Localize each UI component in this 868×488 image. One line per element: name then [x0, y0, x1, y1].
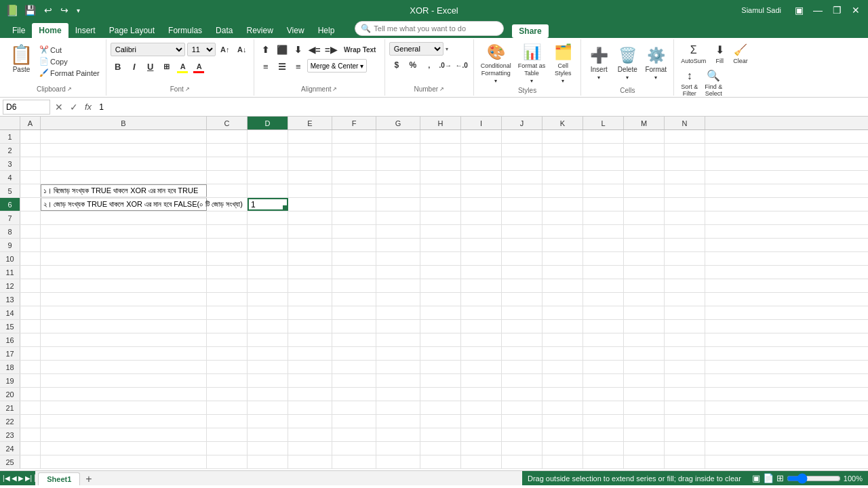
cell-G25[interactable]: [376, 455, 420, 468]
cell-N15[interactable]: [665, 320, 705, 333]
last-sheet-button[interactable]: ▶|: [25, 474, 33, 482]
cell-A14[interactable]: [20, 306, 41, 319]
cell-J15[interactable]: [502, 320, 542, 333]
cell-C9[interactable]: [207, 239, 248, 251]
cell-M9[interactable]: [624, 239, 665, 251]
cell-N4[interactable]: [665, 171, 705, 184]
cell-I7[interactable]: [461, 211, 502, 224]
cell-F25[interactable]: [332, 455, 376, 468]
cell-D16[interactable]: [248, 333, 288, 346]
cell-I24[interactable]: [461, 442, 502, 455]
cell-L20[interactable]: [583, 388, 624, 401]
cell-F20[interactable]: [332, 388, 376, 401]
cell-F1[interactable]: [332, 130, 376, 143]
cell-E12[interactable]: [288, 279, 332, 292]
tab-data[interactable]: Data: [209, 23, 239, 38]
cell-B20[interactable]: [41, 388, 207, 401]
cell-J7[interactable]: [502, 211, 542, 224]
cell-K3[interactable]: [542, 157, 583, 170]
cell-A25[interactable]: [20, 455, 41, 468]
row-num-2[interactable]: 2: [0, 144, 20, 157]
row-num-17[interactable]: 17: [0, 347, 20, 360]
decrease-decimal-button[interactable]: ←.0: [454, 58, 469, 73]
cell-A5[interactable]: [20, 184, 41, 197]
cell-N18[interactable]: [665, 361, 705, 373]
cell-D2[interactable]: [248, 144, 288, 157]
percent-button[interactable]: %: [406, 58, 420, 73]
cell-E2[interactable]: [288, 144, 332, 157]
cell-B3[interactable]: [41, 157, 207, 170]
cell-H6[interactable]: [420, 198, 461, 211]
cell-I12[interactable]: [461, 279, 502, 292]
cell-F7[interactable]: [332, 211, 376, 224]
cell-C1[interactable]: [207, 130, 248, 143]
cell-A9[interactable]: [20, 239, 41, 251]
cell-D7[interactable]: [248, 211, 288, 224]
cell-H22[interactable]: [420, 415, 461, 428]
cell-J9[interactable]: [502, 239, 542, 251]
cell-I9[interactable]: [461, 239, 502, 251]
cell-M16[interactable]: [624, 333, 665, 346]
col-header-f[interactable]: F: [332, 117, 376, 129]
indent-increase-button[interactable]: =▶: [323, 42, 338, 57]
cell-H14[interactable]: [420, 306, 461, 319]
cell-N21[interactable]: [665, 401, 705, 414]
cell-J22[interactable]: [502, 415, 542, 428]
cell-A17[interactable]: [20, 347, 41, 360]
sheet-tab-sheet1[interactable]: Sheet1: [38, 472, 80, 485]
cell-F5[interactable]: [332, 184, 376, 197]
fill-color-button[interactable]: A: [176, 59, 191, 74]
cell-H24[interactable]: [420, 442, 461, 455]
cell-G3[interactable]: [376, 157, 420, 170]
cell-G14[interactable]: [376, 306, 420, 319]
fill-button[interactable]: ⬇ Fill: [710, 42, 729, 66]
cell-B17[interactable]: [41, 347, 207, 360]
cell-M15[interactable]: [624, 320, 665, 333]
cell-K21[interactable]: [542, 401, 583, 414]
tab-review[interactable]: Review: [239, 23, 279, 38]
row-num-3[interactable]: 3: [0, 157, 20, 170]
cell-I20[interactable]: [461, 388, 502, 401]
cell-J25[interactable]: [502, 455, 542, 468]
cell-K18[interactable]: [542, 361, 583, 373]
cell-D18[interactable]: [248, 361, 288, 373]
cell-G2[interactable]: [376, 144, 420, 157]
cell-A19[interactable]: [20, 374, 41, 387]
number-format-expand[interactable]: ▾: [446, 46, 448, 52]
cell-L11[interactable]: [583, 266, 624, 279]
cell-styles-button[interactable]: 🗂️ CellStyles ▾: [549, 42, 576, 85]
cell-K12[interactable]: [542, 279, 583, 292]
cell-B12[interactable]: [41, 279, 207, 292]
cell-D21[interactable]: [248, 401, 288, 414]
row-num-13[interactable]: 13: [0, 293, 20, 306]
cell-E1[interactable]: [288, 130, 332, 143]
next-sheet-button[interactable]: ▶: [18, 474, 24, 482]
cell-D4[interactable]: [248, 171, 288, 184]
cell-N16[interactable]: [665, 333, 705, 346]
cell-E10[interactable]: [288, 252, 332, 265]
cell-K9[interactable]: [542, 239, 583, 251]
cell-D8[interactable]: [248, 225, 288, 238]
cell-H23[interactable]: [420, 428, 461, 441]
col-header-i[interactable]: I: [461, 117, 502, 129]
cell-L7[interactable]: [583, 211, 624, 224]
cell-C5[interactable]: [207, 184, 248, 197]
cell-D20[interactable]: [248, 388, 288, 401]
cell-N1[interactable]: [665, 130, 705, 143]
cell-I16[interactable]: [461, 333, 502, 346]
font-size-select[interactable]: 11: [187, 43, 216, 56]
cell-A20[interactable]: [20, 388, 41, 401]
cell-K4[interactable]: [542, 171, 583, 184]
cell-L1[interactable]: [583, 130, 624, 143]
first-sheet-button[interactable]: |◀: [3, 474, 10, 482]
row-num-24[interactable]: 24: [0, 442, 20, 455]
cell-H19[interactable]: [420, 374, 461, 387]
align-right-button[interactable]: ≡: [291, 59, 306, 74]
cell-I23[interactable]: [461, 428, 502, 441]
cell-G16[interactable]: [376, 333, 420, 346]
cell-N25[interactable]: [665, 455, 705, 468]
cell-D6[interactable]: 1: [248, 198, 288, 211]
cell-L25[interactable]: [583, 455, 624, 468]
cell-E17[interactable]: [288, 347, 332, 360]
row-num-7[interactable]: 7: [0, 211, 20, 224]
